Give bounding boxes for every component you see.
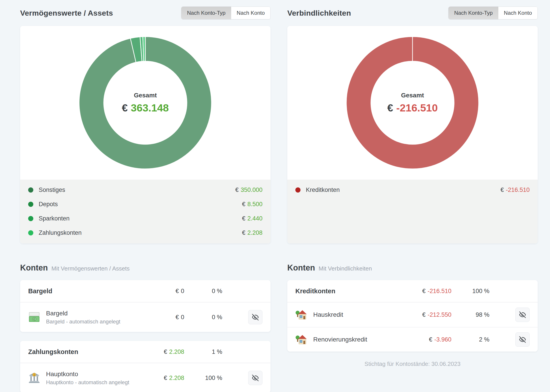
- eye-off-icon: [519, 311, 526, 318]
- legend-dot: [295, 187, 300, 193]
- liabilities-legend: Kreditkonten €-216.510: [287, 180, 538, 244]
- svg-text:€: €: [33, 317, 35, 321]
- account-group-card-kreditkonten: Kreditkonten €-216.510 100 % Hauskredit …: [287, 280, 538, 352]
- donut-segment-kreditkonten[interactable]: [346, 37, 479, 169]
- account-row-hauptkonto: $ Hauptkonto Hauptkonto - automatisch an…: [20, 363, 271, 392]
- legend-item: Zahlungskonten €2.208: [28, 226, 263, 240]
- eye-off-icon: [252, 314, 259, 321]
- legend-item: Kreditkonten €-216.510: [295, 183, 530, 197]
- account-row-renovierungskredit: Renovierungskredit €-3.960 2 %: [287, 327, 538, 352]
- assets-legend: Sonstiges €350.000 Depots €8.500 Sparkon…: [20, 180, 271, 244]
- legend-item: Sparkonten €2.440: [28, 211, 263, 226]
- account-percent: 2 %: [451, 336, 496, 343]
- hide-account-button[interactable]: [248, 371, 263, 385]
- legend-amount: 350.000: [241, 187, 263, 193]
- svg-text:$: $: [34, 373, 35, 376]
- legend-label: Sonstiges: [39, 187, 235, 193]
- accounts-subheading: Mit Vermögenswerten / Assets: [51, 265, 130, 272]
- group-percent: 0 %: [184, 288, 229, 295]
- assets-view-toggle: Nach Konto-Typ Nach Konto: [181, 7, 271, 20]
- liabilities-view-toggle: Nach Konto-Typ Nach Konto: [448, 7, 538, 20]
- bank-icon: $: [28, 372, 40, 384]
- group-name: Kreditkonten: [295, 287, 400, 295]
- account-name: Bargeld: [46, 310, 120, 317]
- legend-amount: -216.510: [506, 187, 530, 193]
- account-amount: -212.550: [428, 311, 451, 318]
- account-group-card-zahlungskonten: Zahlungskonten €2.208 1 % $ Hauptkonto H…: [20, 341, 271, 392]
- group-name: Zahlungskonten: [28, 348, 133, 356]
- hide-account-button[interactable]: [248, 310, 263, 324]
- account-name: Hauskredit: [313, 311, 343, 318]
- group-percent: 100 %: [451, 288, 496, 295]
- currency-symbol: €: [176, 288, 179, 295]
- account-amount: 0: [181, 314, 184, 321]
- currency-symbol: €: [242, 201, 245, 208]
- currency-symbol: €: [235, 187, 239, 193]
- banknote-icon: €: [28, 311, 40, 323]
- currency-symbol: €: [429, 336, 432, 343]
- accounts-heading: Konten: [287, 263, 315, 273]
- account-name: Renovierungskredit: [313, 336, 367, 343]
- legend-dot: [28, 202, 33, 207]
- eye-off-icon: [519, 336, 526, 343]
- group-amount: 0: [181, 288, 184, 295]
- legend-label: Depots: [39, 201, 242, 208]
- liabilities-section: Verbindlichkeiten Nach Konto-Typ Nach Ko…: [287, 6, 538, 244]
- legend-dot: [28, 230, 33, 235]
- group-amount: 2.208: [169, 349, 184, 355]
- group-name: Bargeld: [28, 287, 133, 295]
- assets-toggle-by-type-button[interactable]: Nach Konto-Typ: [181, 7, 231, 19]
- legend-label: Kreditkonten: [306, 187, 500, 193]
- account-percent: 0 %: [184, 314, 229, 321]
- assets-toggle-by-account-button[interactable]: Nach Konto: [231, 7, 270, 19]
- account-amount: 2.208: [169, 375, 184, 382]
- assets-section-title: Vermögenswerte / Assets: [20, 9, 113, 17]
- liabilities-toggle-by-account-button[interactable]: Nach Konto: [498, 7, 537, 19]
- account-subtitle: Bargeld - automatisch angelegt: [46, 319, 120, 325]
- accounts-assets-section: Konten Mit Vermögenswerten / Assets Barg…: [20, 263, 271, 392]
- currency-symbol: €: [164, 375, 167, 382]
- hide-account-button[interactable]: [515, 308, 530, 322]
- account-row-bargeld: € Bargeld Bargeld - automatisch angelegt…: [20, 302, 271, 332]
- currency-symbol: €: [422, 311, 425, 318]
- legend-dot: [28, 216, 33, 221]
- report-date-note: Stichtag für Kontostände: 30.06.2023: [287, 361, 538, 367]
- legend-label: Zahlungskonten: [39, 229, 242, 236]
- house-icon: [295, 334, 307, 346]
- eye-off-icon: [252, 374, 259, 382]
- legend-dot: [28, 187, 33, 193]
- legend-item: Depots €8.500: [28, 197, 263, 211]
- assets-chart-card: Gesamt € 363.148 Sonstiges €350.000: [20, 26, 271, 244]
- currency-symbol: €: [242, 215, 245, 222]
- currency-symbol: €: [164, 349, 167, 355]
- legend-label: Sparkonten: [39, 215, 242, 222]
- house-icon: [295, 309, 307, 321]
- legend-item: Sonstiges €350.000: [28, 183, 263, 197]
- currency-symbol: €: [176, 314, 179, 321]
- legend-amount: 2.440: [247, 215, 263, 222]
- accounts-subheading: Mit Verbindlichkeiten: [319, 265, 372, 272]
- hide-account-button[interactable]: [515, 332, 530, 347]
- liabilities-donut-chart[interactable]: [345, 36, 479, 170]
- assets-section: Vermögenswerte / Assets Nach Konto-Typ N…: [20, 6, 271, 244]
- account-row-hauskredit: Hauskredit €-212.550 98 %: [287, 302, 538, 327]
- account-percent: 98 %: [451, 311, 496, 318]
- accounts-liabilities-section: Konten Mit Verbindlichkeiten Kreditkonte…: [287, 263, 538, 392]
- assets-donut-chart[interactable]: [78, 36, 212, 170]
- group-percent: 1 %: [184, 349, 229, 355]
- account-group-card-bargeld: Bargeld €0 0 % € Bargeld Bargeld - autom…: [20, 280, 271, 332]
- liabilities-section-title: Verbindlichkeiten: [287, 9, 351, 17]
- account-subtitle: Hauptkonto - automatisch angelegt: [46, 379, 129, 385]
- group-amount: -216.510: [428, 288, 451, 295]
- legend-amount: 2.208: [247, 229, 263, 236]
- liabilities-chart-card: Gesamt € -216.510 Kreditkonten €-216.510: [287, 26, 538, 244]
- account-name: Hauptkonto: [46, 371, 129, 378]
- account-amount: -3.960: [434, 336, 451, 343]
- currency-symbol: €: [242, 229, 245, 236]
- currency-symbol: €: [500, 187, 504, 193]
- account-percent: 100 %: [184, 375, 229, 382]
- liabilities-toggle-by-type-button[interactable]: Nach Konto-Typ: [449, 7, 498, 19]
- legend-amount: 8.500: [247, 201, 263, 208]
- currency-symbol: €: [422, 288, 425, 295]
- accounts-heading: Konten: [20, 263, 48, 273]
